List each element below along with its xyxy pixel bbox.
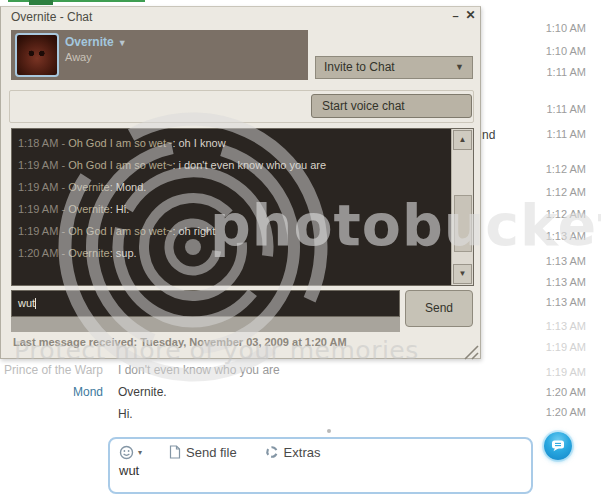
chat-log-line: 1:19 AM - Overnite: Mond. — [18, 176, 447, 198]
bg-message-row: Hi. — [0, 407, 490, 421]
start-chat-bubble-button[interactable] — [544, 432, 572, 460]
log-sender-name: Overnite — [68, 247, 110, 259]
send-file-label: Send file — [186, 445, 237, 460]
log-timestamp: 1:19 AM - — [18, 181, 68, 193]
log-message-text: : Hi. — [110, 203, 130, 215]
send-button[interactable]: Send — [405, 290, 473, 327]
bg-timestamp: 1:12 AM — [546, 208, 586, 220]
arrow-down-icon: ▼ — [459, 269, 467, 278]
chat-bubble-icon — [550, 439, 566, 453]
start-voice-chat-button[interactable]: Start voice chat — [311, 94, 472, 118]
bg-timestamp: 1:12 AM — [546, 186, 586, 198]
chat-log-line: 1:19 AM - Oh God I am so wet~: oh right — [18, 220, 447, 242]
log-message-text: : oh I know — [172, 137, 225, 149]
send-file-button[interactable]: Send file — [169, 445, 237, 460]
bg-message-row: MondOvernite. — [0, 385, 490, 399]
extras-label: Extras — [284, 445, 321, 460]
extras-icon — [265, 445, 279, 459]
bg-timestamp: 1:13 AM — [546, 230, 586, 242]
bg-timestamp-column: 1:10 AM1:10 AM1:11 AM1:11 AM1:11 AM1:12 … — [500, 0, 586, 430]
background-artifact-green-tab — [29, 0, 53, 5]
log-sender-name: Overnite — [68, 181, 110, 193]
resize-grip[interactable] — [459, 343, 479, 360]
log-timestamp: 1:20 AM - — [18, 247, 68, 259]
window-title: Overnite - Chat — [11, 10, 92, 24]
scroll-down-button[interactable]: ▼ — [453, 264, 472, 284]
bg-timestamp: 1:11 AM — [546, 128, 586, 140]
resize-grip-icon — [459, 343, 479, 360]
chat-log-line: 1:19 AM - Overnite: Hi. — [18, 198, 447, 220]
start-voice-chat-label: Start voice chat — [322, 99, 405, 113]
minimize-button[interactable]: – — [448, 10, 463, 24]
user-panel: Overnite▼ Away — [11, 30, 308, 80]
bg-message-text: I don't even know who you are — [118, 363, 280, 377]
log-message-text: : oh right — [172, 225, 215, 237]
close-button[interactable]: ✕ — [463, 9, 478, 23]
chat-log-line: 1:18 AM - Oh God I am so wet~: oh I know — [18, 132, 447, 154]
chat-window: Overnite - Chat – ✕ Overnite▼ Away Invit… — [0, 6, 481, 359]
chat-log: 1:18 AM - Oh God I am so wet~: oh I know… — [11, 128, 474, 286]
last-message-status: Last message received: Tuesday, November… — [13, 336, 347, 348]
log-message-text: : i don't even know who you are — [172, 159, 326, 171]
scrollbar-thumb[interactable] — [454, 195, 472, 252]
chevron-down-icon: ▾ — [138, 448, 142, 457]
composer-message-input[interactable]: wut — [119, 463, 519, 489]
user-status: Away — [65, 51, 92, 63]
bg-timestamp: 1:12 AM — [546, 163, 586, 175]
bg-timestamp: 1:13 AM — [546, 276, 586, 288]
smiley-icon — [119, 445, 134, 460]
bg-timestamp: 1:13 AM — [546, 320, 586, 332]
log-timestamp: 1:19 AM - — [18, 225, 68, 237]
message-input[interactable]: wut — [11, 290, 400, 317]
log-sender-name: Oh God I am so wet~ — [68, 225, 172, 237]
log-timestamp: 1:19 AM - — [18, 159, 68, 171]
log-message-text: : sup. — [110, 247, 137, 259]
chat-log-line: 1:20 AM - Overnite: sup. — [18, 242, 447, 264]
log-sender-name: Oh God I am so wet~ — [68, 159, 172, 171]
bg-timestamp: 1:10 AM — [546, 22, 586, 34]
composer-box: ▾ Send file Extras wut — [108, 437, 533, 494]
composer-drag-handle-dot[interactable] — [327, 429, 331, 433]
user-name-dropdown[interactable]: Overnite▼ — [65, 35, 127, 49]
bg-sender-name[interactable]: Mond — [0, 385, 103, 399]
log-sender-name: Overnite — [68, 203, 110, 215]
invite-to-chat-dropdown[interactable]: Invite to Chat ▼ — [315, 56, 473, 79]
minimize-icon: – — [452, 10, 458, 22]
bg-message-text: Overnite. — [118, 385, 167, 399]
bg-timestamp: 1:13 AM — [546, 255, 586, 267]
log-timestamp: 1:19 AM - — [18, 203, 68, 215]
close-icon: ✕ — [465, 8, 475, 22]
chat-log-scrollbar[interactable]: ▲ ▼ — [451, 129, 473, 285]
chat-log-lines: 1:18 AM - Oh God I am so wet~: oh I know… — [18, 132, 447, 264]
input-bottom-strip — [11, 317, 400, 332]
bg-message-row: Prince of the WarpI don't even know who … — [0, 363, 490, 377]
log-message-text: : Mond. — [110, 181, 147, 193]
log-timestamp: 1:18 AM - — [18, 137, 68, 149]
bg-timestamp: 1:11 AM — [546, 103, 586, 115]
bg-timestamp: 1:19 AM — [546, 341, 586, 353]
bg-sender-name: Prince of the Warp — [0, 363, 103, 377]
bg-timestamp: 1:13 AM — [546, 296, 586, 308]
composer-toolbar: ▾ Send file Extras — [119, 443, 320, 461]
bg-timestamp: 1:19 AM — [546, 366, 586, 378]
extras-button[interactable]: Extras — [265, 445, 321, 460]
bg-timestamp: 1:20 AM — [546, 406, 586, 418]
arrow-up-icon: ▲ — [459, 135, 467, 144]
user-name: Overnite — [65, 35, 114, 49]
chat-log-line: 1:19 AM - Oh God I am so wet~: i don't e… — [18, 154, 447, 176]
emoji-menu-button[interactable]: ▾ — [119, 445, 142, 460]
file-icon — [169, 445, 181, 459]
scroll-up-button[interactable]: ▲ — [453, 130, 472, 150]
log-sender-name: Oh God I am so wet~ — [68, 137, 172, 149]
chevron-down-icon: ▼ — [455, 57, 464, 78]
chevron-down-icon: ▼ — [118, 38, 127, 48]
bg-clipped-message-text: nd — [482, 128, 495, 142]
message-input-value: wut — [18, 297, 35, 309]
invite-to-chat-label: Invite to Chat — [324, 60, 395, 74]
send-button-label: Send — [425, 301, 453, 315]
text-cursor — [35, 298, 36, 309]
avatar[interactable] — [15, 33, 59, 77]
bg-timestamp: 1:20 AM — [546, 386, 586, 398]
bg-timestamp: 1:11 AM — [546, 66, 586, 78]
bg-message-text: Hi. — [118, 407, 133, 421]
